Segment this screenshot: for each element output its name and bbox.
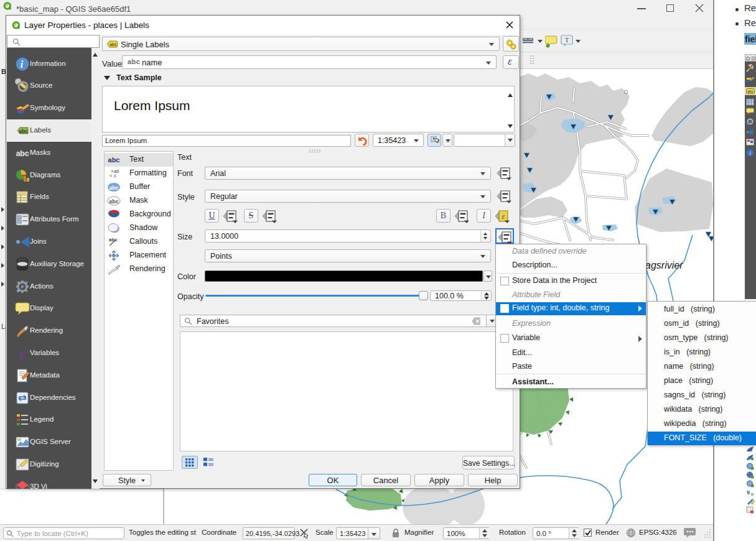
svg-text:abc: abc bbox=[109, 198, 119, 205]
svg-text:abc: abc bbox=[108, 156, 120, 164]
svg-text:abc: abc bbox=[109, 185, 119, 191]
svg-text:9: 9 bbox=[747, 489, 750, 496]
svg-text:ε: ε bbox=[502, 211, 505, 221]
svg-text:agsrivier: agsrivier bbox=[645, 260, 683, 270]
svg-text:abc: abc bbox=[19, 127, 28, 134]
svg-text:abc: abc bbox=[747, 90, 754, 93]
svg-text:i: i bbox=[749, 150, 750, 156]
svg-text:< c: < c bbox=[110, 173, 116, 178]
svg-text:i: i bbox=[21, 59, 24, 70]
svg-text:ε: ε bbox=[19, 346, 26, 361]
svg-text:T: T bbox=[565, 36, 569, 44]
svg-text:abc: abc bbox=[16, 149, 29, 158]
svg-text:abc: abc bbox=[110, 42, 117, 47]
